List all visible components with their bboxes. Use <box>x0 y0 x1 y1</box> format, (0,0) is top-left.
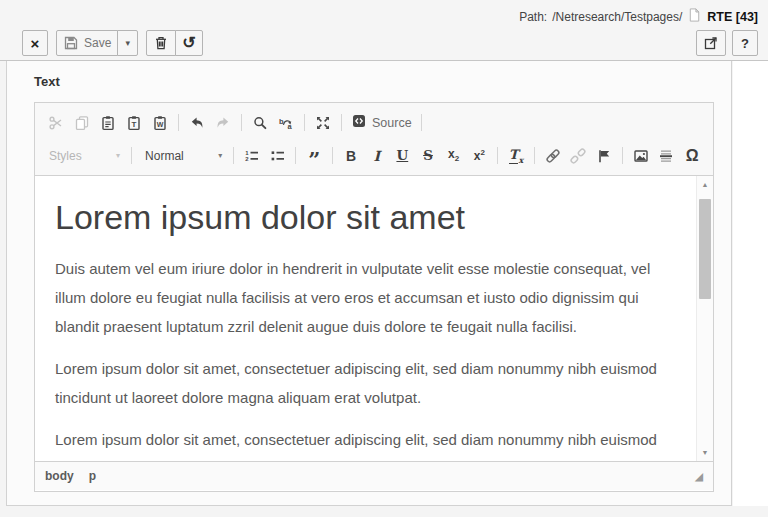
toolbar-separator <box>622 147 623 164</box>
undo-icon[interactable] <box>184 111 210 135</box>
help-button[interactable]: ? <box>732 30 758 56</box>
replace-icon[interactable]: ba <box>273 111 299 135</box>
record-title: RTE [43] <box>707 10 758 24</box>
close-icon: × <box>31 36 40 51</box>
svg-text:W: W <box>157 121 164 128</box>
path-value: /Netresearch/Testpages/ <box>552 10 682 24</box>
history-button[interactable]: ↺ <box>175 30 202 56</box>
format-dropdown[interactable]: Normal ▾ <box>139 144 228 168</box>
cut-icon[interactable] <box>43 111 69 135</box>
maximize-icon[interactable] <box>310 111 336 135</box>
subscript-icon[interactable]: x2 <box>441 144 467 168</box>
left-button-cluster: × Save ▾ <box>22 30 203 56</box>
toolbar-separator <box>178 114 179 131</box>
svg-text:T: T <box>132 120 137 129</box>
paste-word-icon[interactable]: W <box>147 111 173 135</box>
rte-document: Lorem ipsum dolor sit amet Duis autem ve… <box>35 176 713 461</box>
content-paragraph: Lorem ipsum dolor sit amet, consectetuer… <box>55 425 667 462</box>
save-button-label: Save <box>84 36 111 50</box>
link-icon[interactable] <box>540 144 566 168</box>
toolbar-separator <box>233 147 234 164</box>
image-icon[interactable] <box>628 144 654 168</box>
numbered-list-icon[interactable]: 12 <box>239 144 265 168</box>
content-margin <box>733 61 768 506</box>
element-path-body[interactable]: body <box>45 469 74 483</box>
rte-content-area[interactable]: Lorem ipsum dolor sit amet Duis autem ve… <box>35 176 713 461</box>
trash-icon <box>153 35 169 51</box>
styles-dropdown-label: Styles <box>49 149 82 163</box>
paste-icon[interactable] <box>95 111 121 135</box>
source-button[interactable]: Source <box>347 111 416 135</box>
toolbar-separator <box>534 147 535 164</box>
save-split-button: Save ▾ <box>56 30 138 56</box>
strikethrough-icon[interactable]: S <box>415 144 441 168</box>
svg-text:1: 1 <box>245 149 249 155</box>
form-panel: Text T W <box>6 61 732 506</box>
redo-icon[interactable] <box>210 111 236 135</box>
rte-toolbar: T W ba <box>35 103 713 176</box>
right-button-cluster: ? <box>696 30 758 56</box>
element-path-bar: body p ◢ <box>35 461 713 490</box>
source-icon <box>351 113 367 132</box>
toolbar-separator <box>304 114 305 131</box>
content-heading: Lorem ipsum dolor sit amet <box>55 196 667 239</box>
paste-text-icon[interactable]: T <box>121 111 147 135</box>
underline-icon[interactable]: U <box>390 144 416 168</box>
docheader-buttons: × Save ▾ <box>22 30 758 56</box>
blockquote-icon[interactable]: ” <box>301 144 327 168</box>
bulleted-list-icon[interactable] <box>265 144 291 168</box>
content-paragraph: Duis autem vel eum iriure dolor in hendr… <box>55 254 667 341</box>
path-label: Path: <box>519 10 547 24</box>
scroll-down-icon[interactable]: ▼ <box>697 444 713 461</box>
remove-format-icon[interactable]: Tx <box>503 144 529 168</box>
chevron-down-icon: ▾ <box>116 151 120 160</box>
field-label: Text <box>34 74 60 89</box>
bold-icon[interactable]: B <box>338 144 364 168</box>
docheader: Path: /Netresearch/Testpages/ RTE [43] ×… <box>0 0 768 61</box>
element-path-p[interactable]: p <box>89 469 96 483</box>
italic-icon[interactable]: I <box>364 144 390 168</box>
history-icon: ↺ <box>182 35 195 51</box>
toolbar-separator <box>421 114 422 131</box>
toolbar-separator <box>497 147 498 164</box>
breadcrumb: Path: /Netresearch/Testpages/ RTE [43] <box>519 7 758 26</box>
rte-editor: T W ba <box>34 102 714 492</box>
toolbar-separator <box>241 114 242 131</box>
anchor-flag-icon[interactable] <box>591 144 617 168</box>
source-button-label: Source <box>372 116 412 130</box>
save-button[interactable]: Save <box>56 30 118 56</box>
save-icon <box>63 35 79 51</box>
record-action-group: ↺ <box>146 30 202 56</box>
chevron-down-icon: ▾ <box>218 151 222 160</box>
unlink-icon[interactable] <box>566 144 592 168</box>
toolbar-separator <box>341 114 342 131</box>
open-new-window-icon <box>703 35 719 51</box>
scrollbar-thumb[interactable] <box>699 199 711 299</box>
content-paragraph: Lorem ipsum dolor sit amet, consectetuer… <box>55 354 667 412</box>
delete-button[interactable] <box>146 30 176 56</box>
close-button[interactable]: × <box>22 30 48 56</box>
help-icon: ? <box>741 36 749 51</box>
svg-text:2: 2 <box>245 156 249 162</box>
format-dropdown-label: Normal <box>145 149 184 163</box>
styles-dropdown[interactable]: Styles ▾ <box>43 144 126 168</box>
page-icon <box>687 7 702 26</box>
vertical-scrollbar[interactable]: ▲ ▼ <box>696 176 713 461</box>
chevron-down-icon: ▾ <box>126 38 131 48</box>
special-character-icon[interactable]: Ω <box>679 144 705 168</box>
superscript-icon[interactable]: x2 <box>467 144 493 168</box>
rte-toolbar-row-1: T W ba <box>43 106 705 139</box>
find-icon[interactable] <box>247 111 273 135</box>
toolbar-separator <box>295 147 296 164</box>
rte-toolbar-row-2: Styles ▾ Normal ▾ 12 ” <box>43 139 705 172</box>
toolbar-separator <box>131 147 132 164</box>
copy-icon[interactable] <box>69 111 95 135</box>
resize-handle-icon[interactable]: ◢ <box>695 471 703 482</box>
toolbar-separator <box>332 147 333 164</box>
horizontal-line-icon[interactable] <box>654 144 680 168</box>
scroll-up-icon[interactable]: ▲ <box>697 176 713 193</box>
save-dropdown-button[interactable]: ▾ <box>117 30 138 56</box>
open-new-window-button[interactable] <box>696 30 726 56</box>
